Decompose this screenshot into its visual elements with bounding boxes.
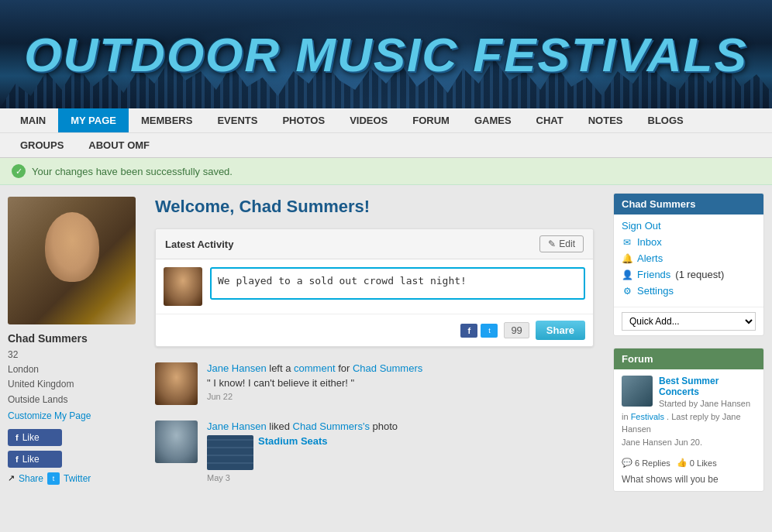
settings-link[interactable]: ⚙ Settings — [622, 283, 756, 299]
quick-add-section: Quick Add... — [614, 307, 763, 335]
item-avatar-2 — [155, 420, 198, 463]
replies-stat: 💬 6 Replies — [622, 458, 670, 468]
activity-user-link-2[interactable]: Jane Hansen — [207, 420, 267, 432]
activity-item-2: Jane Hansen liked Chad Summers's photo S… — [155, 420, 594, 482]
nav-chat[interactable]: CHAT — [524, 108, 576, 132]
nav-events[interactable]: EVENTS — [205, 108, 270, 132]
nav-blogs[interactable]: BLOGS — [636, 108, 696, 132]
forum-category-link[interactable]: Festivals — [631, 412, 667, 421]
activity-header: Latest Activity Edit — [156, 229, 593, 259]
photo-section: Stadium Seats — [207, 435, 594, 470]
profile-city: London — [8, 364, 39, 375]
nav-bottom: GROUPS ABOUT OMF — [0, 132, 772, 157]
nav-forum[interactable]: FORUM — [400, 108, 462, 132]
alerts-link[interactable]: 🔔 Alerts — [622, 250, 756, 266]
profile-name: Chad Summers — [8, 332, 136, 345]
share-section: ↗ Share t Twitter — [8, 472, 136, 485]
latest-activity-box: Latest Activity Edit f t 99 Share — [155, 228, 594, 347]
likes-stat: 👍 0 Likes — [677, 458, 717, 468]
nav-notes[interactable]: NOTES — [576, 108, 636, 132]
twitter-label[interactable]: Twitter — [64, 473, 91, 484]
item-header-1: Jane Hansen left a comment for Chad Summ… — [207, 362, 594, 374]
activity-footer: f t 99 Share — [156, 314, 593, 346]
quick-add-select[interactable]: Quick Add... — [622, 312, 756, 331]
profile-country: United Kingdom — [8, 379, 74, 390]
forum-stats: 💬 6 Replies 👍 0 Likes — [614, 455, 763, 471]
forum-box-header: Forum — [614, 348, 763, 369]
fb-share-icon[interactable]: f — [460, 324, 477, 338]
envelope-icon: ✉ — [622, 237, 632, 248]
nav-my-page[interactable]: MY PAGE — [58, 108, 129, 132]
item-content-1: Jane Hansen left a comment for Chad Summ… — [207, 362, 594, 401]
forum-thumbnail — [622, 376, 653, 407]
center-content: Welcome, Chad Summers! Latest Activity E… — [143, 185, 605, 511]
facebook-like-button[interactable]: f Like — [8, 429, 62, 446]
forum-box: Forum Best Summer Concerts Started by Ja… — [613, 348, 764, 492]
person-icon: 👤 — [622, 269, 632, 280]
twitter-share-icon[interactable]: t — [481, 324, 498, 338]
item-content-2: Jane Hansen liked Chad Summers's photo S… — [207, 420, 594, 482]
bell-icon: 🔔 — [622, 253, 632, 264]
nav-videos[interactable]: VIDEOS — [337, 108, 400, 132]
forum-title: Forum — [622, 353, 653, 365]
profile-age: 32 — [8, 349, 18, 360]
pencil-icon — [548, 239, 556, 249]
activity-target-link-2[interactable]: Chad Summers's — [293, 420, 370, 432]
nav-groups[interactable]: GROUPS — [8, 133, 76, 157]
activity-user-link-1[interactable]: Jane Hansen — [207, 362, 267, 374]
nav-about[interactable]: ABOUT OMF — [76, 133, 162, 157]
item-date-2: May 3 — [207, 470, 594, 482]
item-avatar-1 — [155, 362, 198, 405]
inbox-link[interactable]: ✉ Inbox — [622, 234, 756, 250]
profile-info: 32 London United Kingdom Outside Lands — [8, 348, 136, 407]
activity-avatar — [164, 267, 202, 306]
twitter-icon: t — [47, 472, 60, 485]
photo-thumbnail — [207, 435, 253, 470]
activity-action-link-1[interactable]: comment — [294, 362, 335, 374]
nav-photos[interactable]: PHOTOS — [270, 108, 337, 132]
friends-link[interactable]: 👤 Friends (1 request) — [622, 266, 756, 283]
user-box-title: Chad Summers — [622, 198, 695, 210]
right-sidebar: Chad Summers Sign Out ✉ Inbox 🔔 Alerts 👤… — [605, 185, 772, 511]
edit-button[interactable]: Edit — [539, 235, 584, 252]
forum-description: What shows will you be — [614, 471, 763, 491]
activity-item-1: Jane Hansen left a comment for Chad Summ… — [155, 362, 594, 405]
left-sidebar: Chad Summers 32 London United Kingdom Ou… — [0, 185, 143, 511]
share-button[interactable]: Share — [536, 321, 585, 340]
share-label[interactable]: Share — [19, 473, 43, 484]
nav-main[interactable]: MAIN — [8, 108, 58, 132]
nav-members[interactable]: MEMBERS — [129, 108, 205, 132]
count-badge: 99 — [504, 322, 529, 338]
face-shape — [45, 212, 99, 282]
nav-top: MAIN MY PAGE MEMBERS EVENTS PHOTOS VIDEO… — [0, 108, 772, 132]
item-date-1: Jun 22 — [207, 392, 594, 401]
profile-photo — [8, 197, 136, 324]
welcome-title: Welcome, Chad Summers! — [155, 197, 594, 217]
user-box: Chad Summers Sign Out ✉ Inbox 🔔 Alerts 👤… — [613, 193, 764, 336]
forum-item: Best Summer Concerts Started by Jane Han… — [614, 369, 763, 455]
fb-icon: f — [16, 433, 19, 442]
site-header: OUTDOOR MUSIC FESTIVALS — [0, 0, 772, 108]
main-content: Chad Summers 32 London United Kingdom Ou… — [0, 185, 772, 511]
gear-icon: ⚙ — [622, 286, 632, 297]
activity-body — [156, 259, 593, 314]
facebook-like-button-2[interactable]: f Like — [8, 451, 62, 468]
success-icon: ✓ — [12, 164, 26, 178]
site-title: OUTDOOR MUSIC FESTIVALS — [24, 27, 748, 82]
navigation: MAIN MY PAGE MEMBERS EVENTS PHOTOS VIDEO… — [0, 108, 772, 158]
activity-target-link-1[interactable]: Chad Summers — [353, 362, 422, 374]
item-quote-1: " I know! I can't believe it either! " — [207, 377, 594, 389]
activity-box-title: Latest Activity — [165, 239, 233, 250]
user-box-header: Chad Summers — [614, 194, 763, 215]
profile-location: Outside Lands — [8, 394, 67, 405]
sign-out-link[interactable]: Sign Out — [622, 218, 756, 234]
customize-link[interactable]: Customize My Page — [8, 410, 136, 421]
photo-link[interactable]: Stadium Seats — [258, 435, 328, 447]
share-icons: f t — [460, 324, 498, 338]
share-icon: ↗ — [8, 473, 15, 483]
activity-input[interactable] — [210, 267, 585, 300]
chat-icon: 💬 — [622, 458, 632, 468]
nav-games[interactable]: GAMES — [462, 108, 524, 132]
sidebar-links: Sign Out ✉ Inbox 🔔 Alerts 👤 Friends (1 r… — [614, 215, 763, 307]
thumb-icon: 👍 — [677, 458, 688, 468]
